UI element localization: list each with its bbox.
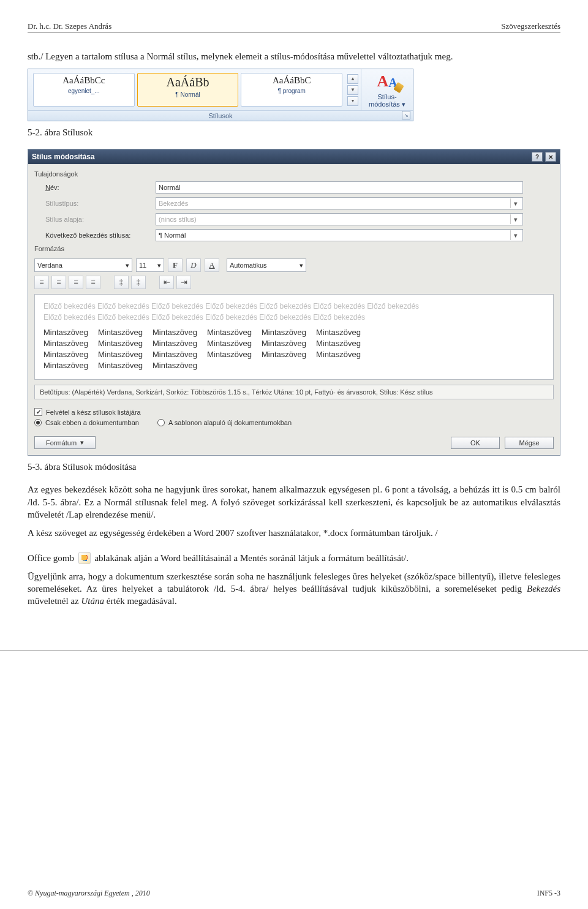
help-icon[interactable]: ? [532,152,543,162]
align-center-button[interactable]: ≡ [51,276,66,289]
line-spacing-inc-button[interactable]: ‡ [114,276,129,289]
add-to-list-checkbox[interactable]: ✔ Felvétel a kész stílusok listájára [34,408,554,416]
chevron-down-icon: ▾ [157,262,161,270]
dialog-titlebar: Stílus módosítása ? ✕ [28,149,560,164]
radio-icon [157,419,165,426]
style-name: ¶ Normál [139,91,237,98]
radio-icon [34,419,42,426]
style-preview: AaÁáBb [139,75,237,89]
font-size-value: 11 [139,262,146,269]
style-summary: Betűtípus: (Alapérték) Verdana, Sorkizár… [34,385,554,399]
ribbon-group-label: Stílusok [208,112,232,119]
format-button[interactable]: Formátum ▾ [34,436,96,449]
align-justify-button[interactable]: ≡ [86,276,100,289]
indent-inc-button[interactable]: ⇥ [176,276,191,289]
next-style-select[interactable]: ¶ Normál ▾ [156,229,523,241]
name-value: Normál [159,184,180,191]
chevron-down-icon: ▾ [510,214,520,224]
name-input[interactable]: Normál [156,181,523,194]
type-label: Stílustípus: [45,200,156,207]
header-author: Dr. h.c. Dr. Szepes András [28,21,111,31]
align-right-button[interactable]: ≡ [69,276,83,289]
style-preview-box: Előző bekezdés Előző bekezdés Előző beke… [34,294,554,380]
basedon-value: (nincs stílus) [159,216,197,223]
gallery-scroll: ▲ ▼ ▾ [347,69,361,110]
align-left-button[interactable]: ≡ [34,276,49,289]
cancel-button[interactable]: Mégse [505,437,554,449]
type-value: Bekezdés [159,200,188,207]
format-section-label: Formázás [34,245,554,252]
style-thumb-normal[interactable]: AaÁáBb ¶ Normál [137,73,239,107]
font-family-select[interactable]: Verdana ▾ [34,258,132,272]
radio-this-doc[interactable]: Csak ebben a dokumentumban [34,419,139,426]
style-gallery: AaÁáBbCc egyenlet_... AaÁáBb ¶ Normál Aa… [28,69,347,110]
underline-button[interactable]: A [205,258,219,272]
chevron-down-icon: ▾ [80,439,84,447]
office-button-icon [78,552,91,564]
close-icon[interactable]: ✕ [545,152,556,162]
ok-button[interactable]: OK [451,437,500,449]
chevron-down-icon: ▾ [510,198,520,208]
format-button-label: Formátum [46,439,77,447]
next-style-label: Következő bekezdés stílusa: [45,232,156,239]
style-preview: AaÁáBbC [243,75,341,86]
body-paragraph-1: Az egyes bekezdések között soha ne hagyj… [28,483,560,521]
dialog-launcher-icon[interactable]: ↘ [402,111,410,119]
chevron-down-icon: ▾ [510,230,520,240]
font-family-value: Verdana [37,262,62,269]
basedon-select: (nincs stílus) ▾ [156,213,523,225]
body-paragraph-3: Ügyeljünk arra, hogy a dokumentum szerke… [28,570,560,608]
intro-paragraph: stb./ Legyen a tartalom stílusa a Normál… [28,50,560,62]
next-style-value: ¶ Normál [159,232,186,239]
style-modify-dialog: Stílus módosítása ? ✕ Tulajdonságok NNév… [28,149,560,456]
font-color-select[interactable]: Automatikus ▾ [227,258,306,272]
scroll-down-icon[interactable]: ▼ [347,85,358,95]
chevron-down-icon: ▾ [300,262,303,270]
chevron-down-icon: ▾ [126,262,129,270]
radio-template[interactable]: A sablonon alapuló új dokumentumokban [157,419,292,426]
bold-button[interactable]: F [168,258,183,272]
header-title: Szövegszerkesztés [501,21,560,31]
font-color-value: Automatikus [230,262,267,269]
dialog-title: Stílus módosítása [32,153,95,161]
style-modify-label-1: Stílus- [377,93,396,100]
figure-5-3-caption: 5-3. ábra Stílusok módosítása [28,462,560,472]
style-modify-label-2: módosítás [369,100,400,108]
style-preview: AaÁáBbCc [35,75,133,86]
style-modify-icon: AA [377,72,397,91]
chevron-down-icon: ▾ [402,100,405,108]
font-size-select[interactable]: 11 ▾ [136,258,164,272]
footer-copyright: © Nyugat-magyarországi Egyetem , 2010 [28,889,150,898]
indent-dec-button[interactable]: ⇤ [159,276,174,289]
style-thumb-program[interactable]: AaÁáBbC ¶ program [241,73,342,107]
style-modify-button[interactable]: AA Stílus- módosítás ▾ [361,69,413,110]
scroll-up-icon[interactable]: ▲ [347,74,358,84]
figure-5-2-caption: 5-2. ábra Stílusok [28,127,560,138]
radio-this-label: Csak ebben a dokumentumban [45,419,139,426]
ghost-text-1: Előző bekezdés Előző bekezdés Előző beke… [43,301,545,312]
name-label: NNév:év: [45,184,156,191]
type-select: Bekezdés ▾ [156,197,523,209]
body-paragraph-2: A kész szöveget az egységesség érdekében… [28,527,560,564]
radio-template-label: A sablonon alapuló új dokumentumokban [168,419,292,426]
style-thumb-egyenlet[interactable]: AaÁáBbCc egyenlet_... [33,73,135,107]
footer-page-number: INF5 -3 [537,889,560,898]
italic-button[interactable]: D [186,258,201,272]
properties-section-label: Tulajdonságok [34,170,554,178]
style-name: ¶ program [243,88,341,94]
style-name: egyenlet_... [35,88,133,94]
gallery-expand-icon[interactable]: ▾ [347,96,358,106]
line-spacing-dec-button[interactable]: ‡ [131,276,146,289]
styles-ribbon: AaÁáBbCc egyenlet_... AaÁáBb ¶ Normál Aa… [28,69,413,121]
ghost-text-2: Előző bekezdés Előző bekezdés Előző beke… [43,312,545,323]
basedon-label: Stílus alapja: [45,216,156,223]
checkbox-icon: ✔ [34,408,42,416]
